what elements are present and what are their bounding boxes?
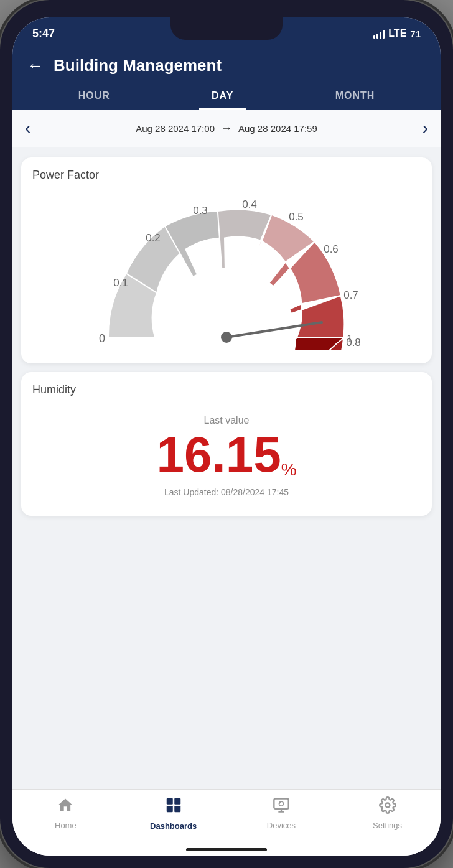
signal-icon <box>373 29 385 39</box>
svg-text:0: 0 <box>99 332 105 345</box>
date-start: Aug 28 2024 17:00 <box>136 123 215 134</box>
phone-screen: 5:47 LTE 71 ← Building Management <box>12 17 441 856</box>
svg-text:0.5: 0.5 <box>289 211 304 223</box>
nav-dashboards-label: Dashboards <box>150 821 197 831</box>
devices-icon <box>273 796 290 818</box>
settings-icon <box>379 796 396 818</box>
svg-text:0.6: 0.6 <box>324 243 339 255</box>
power-factor-card: Power Factor <box>21 157 432 363</box>
gauge-svg: 0 0.1 0.2 0.3 0.4 0.5 0.6 0.7 0.8 0.9 1 <box>90 194 363 350</box>
home-bar <box>186 848 267 851</box>
date-range-bar: ‹ Aug 28 2024 17:00 → Aug 28 2024 17:59 … <box>12 110 441 147</box>
nav-dashboards[interactable]: Dashboards <box>150 796 197 831</box>
tab-month[interactable]: MONTH <box>323 84 388 110</box>
last-value-label: Last value <box>204 415 250 426</box>
dashboards-icon <box>164 796 183 819</box>
svg-rect-15 <box>174 798 180 805</box>
svg-rect-18 <box>274 799 288 809</box>
nav-settings-label: Settings <box>373 821 402 830</box>
svg-rect-17 <box>174 806 180 812</box>
date-range-text: Aug 28 2024 17:00 → Aug 28 2024 17:59 <box>136 122 317 135</box>
svg-text:0.2: 0.2 <box>146 232 161 244</box>
app-header: ← Building Management HOUR DAY MONTH <box>12 47 441 110</box>
page-title: Building Management <box>54 56 222 75</box>
battery-label: 71 <box>410 29 421 39</box>
power-factor-title: Power Factor <box>32 169 421 182</box>
scroll-content: Power Factor <box>12 147 441 789</box>
last-updated: Last Updated: 08/28/2024 17:45 <box>164 487 289 497</box>
phone-frame: 5:47 LTE 71 ← Building Management <box>0 0 453 868</box>
bottom-nav: Home Dashboards <box>12 789 441 843</box>
status-right: LTE 71 <box>373 28 421 39</box>
date-end: Aug 28 2024 17:59 <box>238 123 317 134</box>
notch <box>170 17 283 40</box>
prev-date-button[interactable]: ‹ <box>25 118 30 138</box>
nav-devices-label: Devices <box>267 821 296 830</box>
home-icon <box>57 796 74 818</box>
status-time: 5:47 <box>32 27 55 40</box>
next-date-button[interactable]: › <box>423 118 428 138</box>
back-button[interactable]: ← <box>27 56 44 75</box>
gauge-container: 0 0.1 0.2 0.3 0.4 0.5 0.6 0.7 0.8 0.9 1 <box>32 188 421 350</box>
svg-text:1: 1 <box>347 333 352 345</box>
svg-text:0.4: 0.4 <box>242 198 257 210</box>
tab-day[interactable]: DAY <box>199 84 246 110</box>
svg-text:0.3: 0.3 <box>193 205 208 217</box>
humidity-value: 16.15 <box>156 430 281 480</box>
home-indicator <box>12 843 441 856</box>
nav-home-label: Home <box>55 821 77 830</box>
date-arrow-icon: → <box>221 122 232 135</box>
svg-text:0.7: 0.7 <box>343 289 358 301</box>
svg-rect-14 <box>166 798 172 805</box>
humidity-unit: % <box>281 460 297 480</box>
nav-home[interactable]: Home <box>44 796 87 830</box>
svg-point-2 <box>221 332 232 343</box>
tab-hour[interactable]: HOUR <box>66 84 123 110</box>
nav-settings[interactable]: Settings <box>366 796 409 830</box>
humidity-title: Humidity <box>32 383 421 396</box>
header-tabs: HOUR DAY MONTH <box>27 84 426 110</box>
svg-rect-16 <box>166 806 172 812</box>
humidity-card: Humidity Last value 16.15 % Last Updated… <box>21 372 432 516</box>
network-label: LTE <box>388 28 406 39</box>
svg-text:0.1: 0.1 <box>113 277 128 289</box>
nav-devices[interactable]: Devices <box>259 796 303 830</box>
svg-point-20 <box>385 803 390 808</box>
